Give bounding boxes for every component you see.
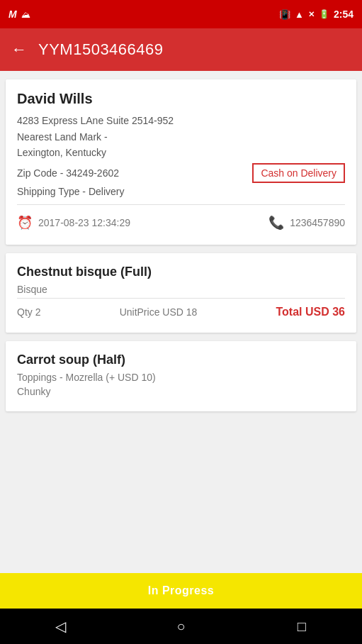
payment-method-badge: Cash on Delivery <box>252 163 345 183</box>
meta-row: ⏰ 2017-08-23 12:34:29 📞 1236457890 <box>17 212 345 233</box>
item-name-1: Chestnut bisque (Full) <box>17 265 345 279</box>
battery-icon: 🔋 <box>319 9 329 19</box>
item-card-body-1: Chestnut bisque (Full) Bisque Qty 2 Unit… <box>6 253 356 333</box>
time-display: 2:54 <box>334 9 353 20</box>
order-info-card: David Wills 4283 Express LAne Suite 2514… <box>6 79 356 245</box>
order-info-body: David Wills 4283 Express LAne Suite 2514… <box>6 79 356 245</box>
phone-item: 📞 1236457890 <box>268 215 345 231</box>
address-line-2: Nearest Land Mark - <box>17 131 345 145</box>
phone-icon: 📞 <box>268 215 284 231</box>
gmail-icon: M <box>9 9 17 20</box>
customer-name: David Wills <box>17 91 345 107</box>
status-button-label: In Progress <box>148 584 215 597</box>
item-variant-2: Chunky <box>17 386 345 397</box>
status-bar: M ⛰ 📳 ▲ ✕ 🔋 2:54 <box>0 0 362 28</box>
nav-recent-button[interactable]: □ <box>288 612 316 640</box>
item-unit-price-1: UnitPrice USD 18 <box>120 306 198 318</box>
item-total-1: Total USD 36 <box>276 306 345 318</box>
back-button[interactable]: ← <box>11 40 27 59</box>
card-divider <box>17 204 345 205</box>
item-card-body-2: Carrot soup (Half) Toppings - Mozrella (… <box>6 341 356 411</box>
datetime-text: 2017-08-23 12:34:29 <box>38 217 130 228</box>
address-line-3: Lexington, Kentucky <box>17 146 345 160</box>
status-bar-left: M ⛰ <box>9 9 30 20</box>
zip-payment-row: Zip Code - 34249-2602 Cash on Delivery <box>17 163 345 183</box>
item-card-2: Carrot soup (Half) Toppings - Mozrella (… <box>6 341 356 411</box>
status-button[interactable]: In Progress <box>0 573 362 609</box>
address-line-1: 4283 Express LAne Suite 2514-952 <box>17 114 345 128</box>
order-id-title: YYM1503466469 <box>38 40 164 59</box>
image-icon: ⛰ <box>21 9 30 20</box>
item-qty-1: Qty 2 <box>17 306 40 318</box>
shipping-type: Shipping Type - Delivery <box>17 186 345 197</box>
app-bar: ← YYM1503466469 <box>0 28 362 71</box>
wifi-icon: ▲ <box>295 9 304 20</box>
content-area: David Wills 4283 Express LAne Suite 2514… <box>0 71 362 573</box>
phone-text: 1236457890 <box>290 217 345 228</box>
signal-icon: ✕ <box>308 10 315 19</box>
item-subtext-1: Bisque <box>17 284 345 295</box>
item-name-2: Carrot soup (Half) <box>17 352 345 367</box>
nav-home-button[interactable]: ○ <box>166 612 195 640</box>
zip-code: Zip Code - 34249-2602 <box>17 167 119 179</box>
nav-bar: ◁ ○ □ <box>0 609 362 644</box>
clock-icon: ⏰ <box>17 215 33 231</box>
vibrate-icon: 📳 <box>279 9 290 20</box>
item-pricing-row-1: Qty 2 UnitPrice USD 18 Total USD 36 <box>17 298 345 321</box>
item-toppings-2: Toppings - Mozrella (+ USD 10) <box>17 372 345 383</box>
item-card-1: Chestnut bisque (Full) Bisque Qty 2 Unit… <box>6 253 356 333</box>
nav-back-button[interactable]: ◁ <box>46 612 74 640</box>
datetime-item: ⏰ 2017-08-23 12:34:29 <box>17 215 130 231</box>
status-bar-right: 📳 ▲ ✕ 🔋 2:54 <box>279 9 353 20</box>
